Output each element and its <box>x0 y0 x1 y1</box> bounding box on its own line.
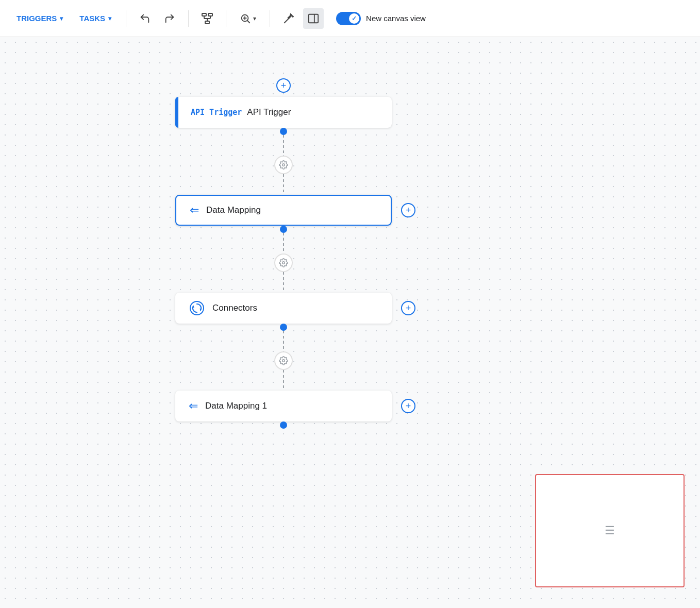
svg-point-19 <box>282 360 285 362</box>
api-trigger-node[interactable]: API Trigger API Trigger <box>175 97 392 128</box>
gear-3-icon <box>279 356 288 365</box>
undo-button[interactable] <box>135 8 155 29</box>
api-trigger-accent <box>175 97 178 128</box>
new-canvas-label: New canvas view <box>366 14 426 23</box>
tasks-chevron: ▾ <box>108 15 111 22</box>
svg-line-12 <box>291 13 292 14</box>
wand-icon <box>283 13 294 24</box>
line-1 <box>283 135 284 156</box>
data-mapping-1-node[interactable]: ⇐ Data Mapping 1 <box>175 391 392 421</box>
undo-icon <box>139 13 151 24</box>
layout-button[interactable] <box>197 8 218 29</box>
data-mapping-1-icon: ⇐ <box>189 399 198 413</box>
gear-1[interactable] <box>274 156 293 174</box>
connectors-icon <box>189 300 205 316</box>
tasks-label: TASKS <box>79 14 105 23</box>
tasks-button[interactable]: TASKS ▾ <box>73 10 118 27</box>
triggers-button[interactable]: TRIGGERS ▾ <box>10 10 69 27</box>
gear-1-icon <box>279 160 288 170</box>
svg-rect-2 <box>205 21 209 24</box>
dot-4 <box>280 421 287 429</box>
dot-1 <box>280 128 287 135</box>
line-2 <box>283 174 284 195</box>
zoom-icon <box>240 13 251 24</box>
divider-3 <box>226 10 226 27</box>
add-connectors-button[interactable]: + <box>401 301 415 315</box>
svg-point-17 <box>282 262 285 264</box>
add-top-button[interactable]: + <box>276 78 291 93</box>
svg-rect-1 <box>208 13 212 16</box>
line-6 <box>283 370 284 391</box>
data-mapping-icon: ⇐ <box>190 204 199 217</box>
new-canvas-toggle[interactable]: ✓ <box>336 12 361 25</box>
data-mapping-node[interactable]: ⇐ Data Mapping <box>175 195 392 226</box>
layout-icon <box>201 12 213 25</box>
divider-1 <box>126 10 126 27</box>
data-mapping-1-label: Data Mapping 1 <box>205 401 267 411</box>
line-4 <box>283 272 284 293</box>
api-trigger-label: API Trigger <box>247 107 291 117</box>
toggle-thumb: ✓ <box>349 13 359 24</box>
mini-map-icon: ☰ <box>605 524 615 537</box>
divider-2 <box>188 10 189 27</box>
redo-icon <box>164 13 175 24</box>
add-data-mapping-1-button[interactable]: + <box>401 399 415 413</box>
connectors-node[interactable]: Connectors <box>175 293 392 324</box>
line-5 <box>283 331 284 351</box>
svg-rect-0 <box>202 13 206 16</box>
toolbar: TRIGGERS ▾ TASKS ▾ <box>0 0 700 37</box>
zoom-button[interactable]: ▾ <box>235 10 261 27</box>
svg-line-8 <box>247 21 249 23</box>
mini-map[interactable]: ☰ <box>535 474 685 587</box>
svg-rect-14 <box>309 14 318 23</box>
dot-3 <box>280 324 287 331</box>
add-data-mapping-button[interactable]: + <box>401 203 415 217</box>
connectors-label: Connectors <box>212 303 257 313</box>
dot-2 <box>280 226 287 233</box>
wand-button[interactable] <box>278 8 299 29</box>
divider-4 <box>270 10 270 27</box>
new-canvas-toggle-container[interactable]: ✓ New canvas view <box>336 12 426 25</box>
redo-button[interactable] <box>159 8 180 29</box>
panel-icon <box>308 13 319 24</box>
zoom-chevron: ▾ <box>253 15 256 22</box>
panel-button[interactable] <box>303 8 324 29</box>
line-3 <box>283 233 284 254</box>
gear-2[interactable] <box>274 254 293 272</box>
toggle-track: ✓ <box>336 12 361 25</box>
gear-3[interactable] <box>274 351 293 370</box>
svg-point-16 <box>282 164 285 166</box>
canvas[interactable]: + API Trigger API Trigger <box>0 37 700 608</box>
triggers-chevron: ▾ <box>60 15 63 22</box>
api-badge: API Trigger <box>191 108 242 117</box>
gear-2-icon <box>279 258 288 267</box>
triggers-label: TRIGGERS <box>16 14 57 23</box>
svg-line-13 <box>292 15 293 16</box>
flow-container: + API Trigger API Trigger <box>175 78 392 429</box>
toggle-check-icon: ✓ <box>352 15 357 22</box>
data-mapping-label: Data Mapping <box>206 205 261 215</box>
